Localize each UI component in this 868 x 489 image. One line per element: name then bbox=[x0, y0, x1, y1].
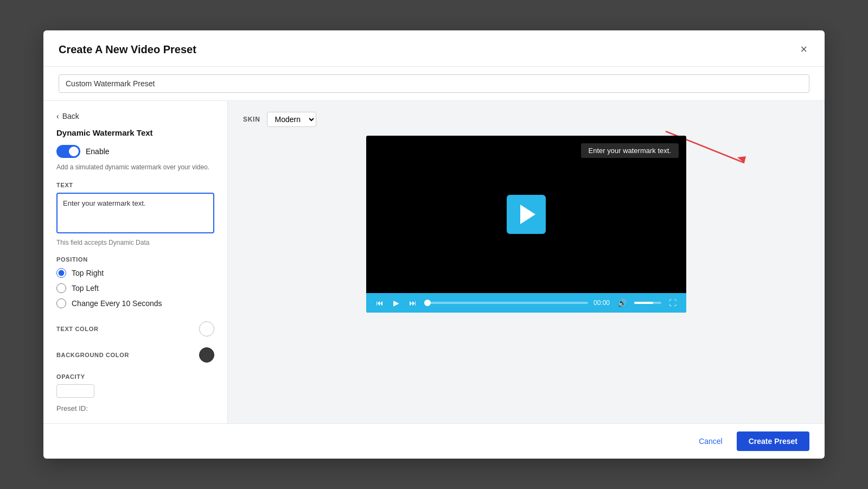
volume-track bbox=[634, 302, 661, 304]
progress-bar[interactable] bbox=[424, 302, 588, 304]
modal-overlay: Create A New Video Preset × ‹ Back Dynam… bbox=[0, 0, 868, 489]
text-color-row: TEXT COLOR bbox=[56, 321, 214, 336]
radio-top-left-label: Top Left bbox=[72, 284, 99, 293]
enable-row: Enable bbox=[56, 145, 214, 158]
modal-title: Create A New Video Preset bbox=[59, 43, 196, 56]
text-color-swatch[interactable] bbox=[199, 321, 214, 336]
radio-top-left[interactable] bbox=[56, 283, 66, 293]
position-option-top-left[interactable]: Top Left bbox=[56, 283, 214, 293]
position-label: POSITION bbox=[56, 256, 214, 263]
create-preset-modal: Create A New Video Preset × ‹ Back Dynam… bbox=[43, 30, 825, 459]
enable-label: Enable bbox=[86, 147, 110, 156]
skin-label: SKIN bbox=[243, 116, 260, 123]
bg-color-row: BACKGROUND COLOR bbox=[56, 347, 214, 363]
watermark-overlay-badge: Enter your watermark text. bbox=[581, 143, 679, 158]
text-field-label: TEXT bbox=[56, 182, 214, 188]
right-panel: SKIN Modern Classic Minimal bbox=[228, 101, 825, 423]
play-triangle-icon bbox=[520, 205, 535, 224]
modal-header: Create A New Video Preset × bbox=[43, 30, 825, 67]
opacity-input[interactable] bbox=[56, 384, 94, 398]
cancel-button[interactable]: Cancel bbox=[691, 433, 730, 450]
text-color-label: TEXT COLOR bbox=[56, 326, 99, 332]
svg-marker-1 bbox=[737, 156, 746, 163]
fast-forward-button[interactable]: ⏭ bbox=[407, 297, 419, 308]
enable-description: Add a simulated dynamic watermark over y… bbox=[56, 162, 214, 172]
volume-fill bbox=[634, 302, 653, 304]
position-option-change-every[interactable]: Change Every 10 Seconds bbox=[56, 299, 214, 308]
position-option-top-right[interactable]: Top Right bbox=[56, 268, 214, 278]
video-screen: Enter your watermark text. bbox=[366, 136, 686, 293]
video-preview-container: Enter your watermark text. ⏮ bbox=[243, 136, 809, 313]
rewind-icon: ⏮ bbox=[376, 299, 384, 307]
left-panel: ‹ Back Dynamic Watermark Text Enable Add… bbox=[43, 101, 228, 423]
preset-name-input[interactable] bbox=[59, 74, 809, 93]
video-controls-bar: ⏮ ▶ ⏭ 00:00 bbox=[366, 293, 686, 313]
skin-select[interactable]: Modern Classic Minimal bbox=[267, 112, 316, 127]
enable-toggle[interactable] bbox=[56, 145, 80, 158]
fullscreen-icon: ⛶ bbox=[669, 299, 676, 307]
radio-change-every[interactable] bbox=[56, 299, 66, 308]
position-radio-group: Top Right Top Left Change Every 10 Secon… bbox=[56, 268, 214, 308]
opacity-row bbox=[56, 384, 214, 398]
close-button[interactable]: × bbox=[798, 41, 809, 58]
progress-dot bbox=[424, 300, 431, 306]
preset-id-row: Preset ID: bbox=[56, 404, 214, 412]
big-play-button[interactable] bbox=[507, 195, 546, 234]
radio-top-right-label: Top Right bbox=[72, 269, 104, 277]
volume-bar[interactable] bbox=[634, 302, 661, 304]
preset-id-label: Preset ID: bbox=[56, 404, 88, 412]
text-field-hint: This field accepts Dynamic Data bbox=[56, 239, 214, 246]
back-arrow-icon: ‹ bbox=[56, 112, 59, 120]
play-pause-button[interactable]: ▶ bbox=[391, 297, 401, 308]
radio-top-right[interactable] bbox=[56, 268, 66, 278]
time-display: 00:00 bbox=[593, 299, 610, 307]
radio-change-every-label: Change Every 10 Seconds bbox=[72, 299, 162, 308]
video-player: Enter your watermark text. ⏮ bbox=[366, 136, 686, 313]
modal-footer: Cancel Create Preset bbox=[43, 423, 825, 459]
create-preset-button[interactable]: Create Preset bbox=[737, 431, 809, 451]
modal-body: ‹ Back Dynamic Watermark Text Enable Add… bbox=[43, 101, 825, 423]
fullscreen-button[interactable]: ⛶ bbox=[667, 297, 679, 308]
volume-button[interactable]: 🔊 bbox=[615, 297, 629, 308]
rewind-button[interactable]: ⏮ bbox=[374, 297, 386, 308]
volume-icon: 🔊 bbox=[617, 299, 627, 307]
section-title: Dynamic Watermark Text bbox=[56, 128, 214, 137]
skin-row: SKIN Modern Classic Minimal bbox=[243, 112, 809, 127]
preset-name-row bbox=[43, 67, 825, 101]
footer-actions: Cancel Create Preset bbox=[691, 431, 809, 451]
watermark-text-input[interactable]: Enter your watermark text. bbox=[56, 193, 214, 233]
toggle-slider bbox=[56, 145, 80, 158]
bg-color-label: BACKGROUND COLOR bbox=[56, 352, 129, 358]
opacity-label: OPACITY bbox=[56, 373, 214, 380]
back-link[interactable]: ‹ Back bbox=[56, 112, 214, 120]
back-label: Back bbox=[62, 112, 79, 120]
bg-color-swatch[interactable] bbox=[199, 347, 214, 363]
play-icon: ▶ bbox=[393, 299, 399, 307]
fast-forward-icon: ⏭ bbox=[409, 299, 417, 307]
